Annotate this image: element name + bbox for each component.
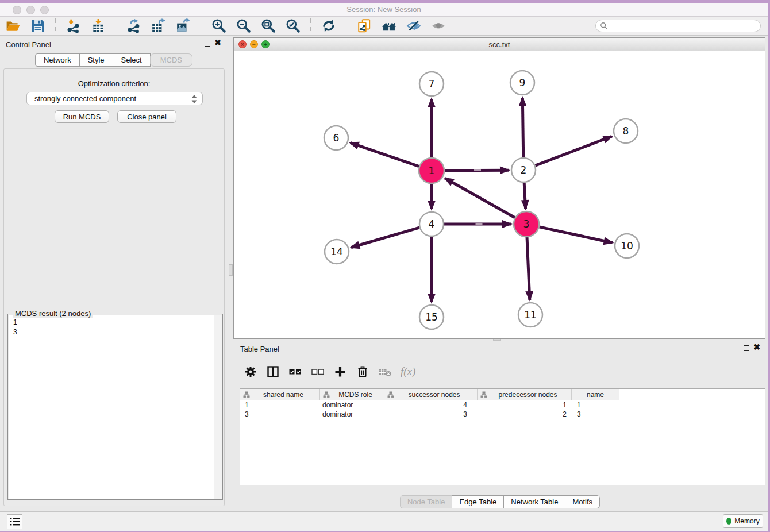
column-header-label: MCDS role [330,391,384,399]
table-row[interactable]: 3dominator323 [240,410,765,419]
column-header-label: name [575,391,619,399]
zoom-fit-icon[interactable] [261,18,276,33]
graph-node-label-10: 10 [621,240,633,252]
close-table-panel-icon[interactable]: ✖ [753,342,760,352]
zoom-out-icon[interactable] [236,18,251,33]
table-tab-network-table[interactable]: Network Table [503,495,565,508]
network-window-title: scc.txt [234,40,765,49]
list-icon [10,518,20,526]
mcds-result-title: MCDS result (2 nodes) [13,309,93,318]
application-window: Session: New Session Control [0,3,768,531]
graph-node-label-8: 8 [623,125,629,137]
graph-node-label-7: 7 [429,78,435,90]
task-history-button[interactable] [7,514,22,529]
copy-style-icon[interactable] [357,18,372,33]
table-tab-node-table[interactable]: Node Table [400,495,453,508]
close-panel-button[interactable]: Close panel [117,110,176,123]
graph-node-label-11: 11 [524,309,537,321]
table-cell: dominator [320,400,384,410]
column-header-label: predecessor nodes [487,391,571,399]
session-title: Session: New Session [0,5,768,14]
control-tab-style[interactable]: Style [79,53,113,67]
graph-edge-2-3[interactable] [524,183,525,209]
float-panel-icon[interactable] [205,41,210,47]
hide-network-eye-icon[interactable] [406,18,421,33]
create-column-icon[interactable] [333,365,347,379]
search-input[interactable] [595,20,761,32]
save-session-icon[interactable] [30,18,45,33]
table-cell: 1 [240,400,320,410]
column-header-predecessor-nodes[interactable]: predecessor nodes [478,389,572,400]
vertical-splitter-handle[interactable] [229,264,233,276]
control-tab-network[interactable]: Network [35,53,80,67]
toolbar-separator [55,18,56,33]
table-cell: 1 [572,400,619,410]
delete-column-icon[interactable] [356,365,369,379]
zoom-in-icon[interactable] [211,18,226,33]
table-row[interactable]: 1dominator411 [240,400,765,410]
function-builder-icon[interactable]: f(x) [401,365,415,379]
mcds-result-area[interactable]: 1 3 [9,315,222,499]
column-header-shared-name[interactable]: shared name [240,389,320,400]
workspace: Control Panel ✖ NetworkStyleSelectMCDS O… [0,36,768,511]
delete-table-icon[interactable] [378,365,392,379]
column-header-name[interactable]: name [572,389,619,400]
zoom-selected-icon[interactable] [286,18,301,33]
graph-edge-1-6[interactable] [351,142,419,166]
table-panel-title: Table Panel [240,345,279,353]
column-header-successor-nodes[interactable]: successor nodes [384,389,478,400]
refresh-icon[interactable] [321,18,336,33]
table-tab-motifs[interactable]: Motifs [565,495,600,508]
close-panel-icon[interactable]: ✖ [214,38,221,47]
export-table-icon[interactable] [151,18,166,33]
toolbar-separator [310,18,311,33]
export-image-icon[interactable] [176,18,191,33]
graph-node-label-2: 2 [521,164,527,176]
import-table-icon[interactable] [91,18,106,33]
table-options-gear-icon[interactable] [244,365,257,379]
float-table-panel-icon[interactable] [744,345,749,351]
control-panel: Control Panel ✖ NetworkStyleSelectMCDS O… [0,37,228,510]
graph-edge-2-9[interactable] [522,98,523,157]
mcds-panel: Optimization criterion: strongly connect… [3,68,225,506]
optimization-criterion-label: Optimization criterion: [4,79,224,88]
toggle-column-panel-icon[interactable] [266,365,280,379]
table-header-row: shared nameMCDS rolesuccessor nodesprede… [240,389,765,400]
status-bar: Memory [0,511,768,531]
open-session-icon[interactable] [6,18,21,33]
table-tab-edge-table[interactable]: Edge Table [452,495,504,508]
toolbar-separator [201,18,202,33]
table-cell: 3 [384,410,478,419]
graph-edge-4-14[interactable] [351,228,419,248]
select-all-columns-icon[interactable] [288,365,302,379]
toolbar-separator [116,18,117,33]
graph-edge-3-10[interactable] [539,227,612,243]
homes-icon[interactable] [382,18,396,33]
table-panel: Table Panel ✖ f(x) shared nameMCDS roles… [233,342,767,510]
mcds-result-group: 1 3 MCDS result (2 nodes) [7,314,223,500]
search-icon [600,22,608,30]
show-eye-icon[interactable] [431,18,446,33]
graph-edge-2-8[interactable] [536,136,612,165]
import-network-icon[interactable] [66,18,81,33]
control-panel-tabs: NetworkStyleSelectMCDS [0,53,228,67]
table-cell: 3 [572,410,619,419]
column-hierarchy-icon [480,391,487,398]
criterion-dropdown[interactable]: strongly connected component [26,92,203,105]
export-network-icon[interactable] [126,18,141,33]
run-mcds-button[interactable]: Run MCDS [55,110,109,123]
column-header-MCDS-role[interactable]: MCDS role [320,389,384,400]
graph-edge-3-11[interactable] [527,237,530,300]
memory-button[interactable]: Memory [723,514,763,528]
graph-edge-3-1[interactable] [445,178,515,217]
column-header-label: successor nodes [394,391,477,399]
graph-node-label-4: 4 [429,218,435,230]
result-scrollbar[interactable] [214,315,222,499]
graph-node-label-3: 3 [523,218,530,230]
control-tab-select[interactable]: Select [113,53,151,67]
deselect-all-columns-icon[interactable] [311,365,325,379]
table-cell: 1 [478,400,572,410]
network-canvas[interactable]: 1234678910111415 [234,51,765,338]
control-tab-mcds[interactable]: MCDS [150,53,192,67]
table-cell: dominator [320,410,384,419]
